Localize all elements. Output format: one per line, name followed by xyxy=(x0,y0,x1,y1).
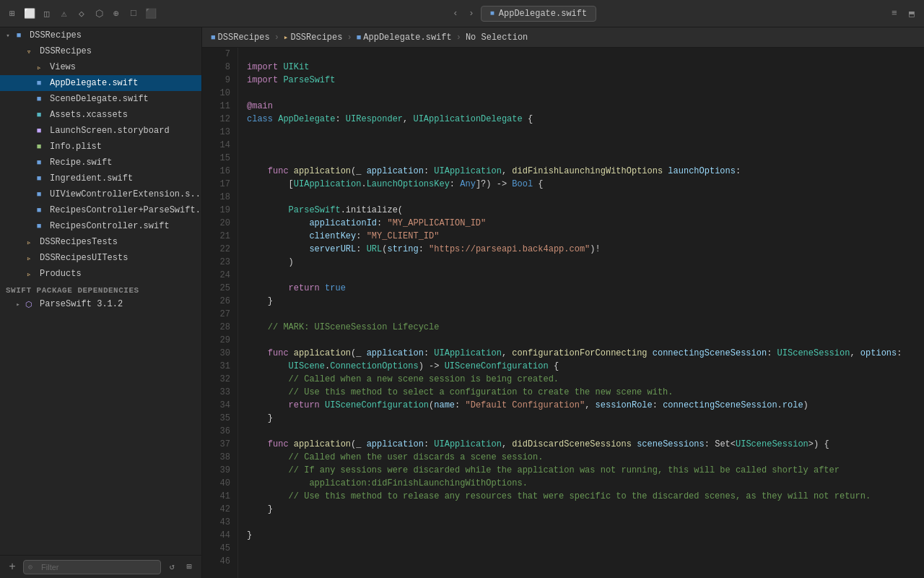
grid-icon[interactable]: ⊞ xyxy=(6,7,19,20)
line-number-42: 42 xyxy=(202,503,237,516)
tree-arrow-launchscreen xyxy=(23,126,33,136)
breadcrumb: ■ DSSRecipes › ▸ DSSRecipes › ■ AppDeleg… xyxy=(202,27,924,48)
line-number-8: 8 xyxy=(202,61,237,74)
code-line-27 xyxy=(247,308,915,321)
tree-arrow-dssrecipes-root: ▾ xyxy=(3,30,13,40)
file-icon-dssrecipestests: ▹ xyxy=(23,236,35,248)
sidebar: ▾■DSSRecipes▿DSSRecipes▹Views■AppDelegat… xyxy=(0,27,202,578)
breadcrumb-dssrecipes-folder[interactable]: ▸ DSSRecipes xyxy=(284,33,343,43)
code-line-19: ParseSwift.initialize( xyxy=(247,204,915,217)
sidebar-item-dssrecipes-root[interactable]: ▾■DSSRecipes xyxy=(0,27,201,43)
nav-forward-button[interactable]: › xyxy=(465,7,478,20)
folder-icon-bc: ▸ xyxy=(284,33,289,42)
sidebar-bottom: + ⊙ ↺ ⊞ xyxy=(0,555,201,578)
code-content[interactable]: import UIKitimport ParseSwift @mainclass… xyxy=(238,48,924,578)
breadcrumb-no-selection[interactable]: No Selection xyxy=(466,33,528,43)
sidebar-label-dssrecipestests: DSSRecipesTests xyxy=(40,237,118,247)
sidebar-label-infoplist: Info.plist xyxy=(50,142,102,152)
tree-arrow-dssrecipestests xyxy=(13,237,23,247)
sidebar-item-views-folder[interactable]: ▹Views xyxy=(0,59,201,75)
tree-arrow-parseswift: ▸ xyxy=(13,299,23,309)
folder-icon[interactable]: ◫ xyxy=(40,7,53,20)
file-icon-views-folder: ▹ xyxy=(33,61,45,73)
code-line-41: // Use this method to release any resour… xyxy=(247,490,915,503)
active-tab[interactable]: ■ AppDelegate.swift xyxy=(481,6,596,22)
tab-label: AppDelegate.swift xyxy=(499,9,587,19)
clock-icon[interactable]: ↺ xyxy=(165,561,178,574)
sidebar-item-products[interactable]: ▹Products xyxy=(0,266,201,282)
code-editor[interactable]: 7891011121314151617181920212223242526272… xyxy=(202,48,924,578)
split-icon[interactable]: ⬒ xyxy=(905,7,918,20)
code-line-28: // MARK: UISceneSession Lifecycle xyxy=(247,321,915,334)
code-line-8: import UIKit xyxy=(247,61,915,74)
sidebar-item-recipescontroller[interactable]: ■RecipesController+ParseSwift... xyxy=(0,202,201,218)
tree-arrow-recipescontroller2 xyxy=(23,221,33,231)
git-icon[interactable]: ⊕ xyxy=(110,7,123,20)
add-file-button[interactable]: + xyxy=(6,561,19,574)
tree-arrow-dssrecipes-folder xyxy=(13,46,23,56)
sidebar-item-launchscreen[interactable]: ■LaunchScreen.storyboard xyxy=(0,123,201,139)
line-number-25: 25 xyxy=(202,282,237,295)
swift-packages-header: Swift Package Dependencies xyxy=(0,282,201,296)
sidebar-item-recipe[interactable]: ■Recipe.swift xyxy=(0,155,201,171)
line-number-35: 35 xyxy=(202,412,237,425)
toolbar-center: ‹ › ■ AppDelegate.swift xyxy=(157,6,888,22)
file-icon-assets: ■ xyxy=(33,109,45,121)
code-line-23: ) xyxy=(247,256,915,269)
code-line-10 xyxy=(247,87,915,100)
tree-arrow-assets xyxy=(23,110,33,120)
sidebar-item-scenedelegate[interactable]: ■SceneDelegate.swift xyxy=(0,91,201,107)
sidebar-item-dssrecipes-folder[interactable]: ▿DSSRecipes xyxy=(0,43,201,59)
nav-back-button[interactable]: ‹ xyxy=(449,7,462,20)
line-number-41: 41 xyxy=(202,490,237,503)
swift-icon-bc: ■ xyxy=(357,33,362,42)
sidebar-content: ▾■DSSRecipes▿DSSRecipes▹Views■AppDelegat… xyxy=(0,27,201,555)
line-numbers: 7891011121314151617181920212223242526272… xyxy=(202,48,238,578)
sidebar-item-ingredient[interactable]: ■Ingredient.swift xyxy=(0,171,201,186)
line-number-44: 44 xyxy=(202,529,237,542)
code-line-12: class AppDelegate: UIResponder, UIApplic… xyxy=(247,113,915,126)
code-line-31: UIScene.ConnectionOptions) -> UISceneCon… xyxy=(247,360,915,373)
line-number-46: 46 xyxy=(202,555,237,568)
line-number-14: 14 xyxy=(202,139,237,152)
file-icon-uiviewext: ■ xyxy=(33,189,45,200)
hexagon-icon[interactable]: ⬡ xyxy=(92,7,105,20)
sidebar-item-appdelegate[interactable]: ■AppDelegate.swift xyxy=(0,75,201,91)
sidebar-item-uiviewext[interactable]: ■UIViewControllerExtension.s... xyxy=(0,186,201,202)
file-icon-appdelegate: ■ xyxy=(33,77,45,89)
break-icon[interactable]: ⬛ xyxy=(144,7,157,20)
swift-file-icon: ■ xyxy=(490,9,494,17)
file-icon-scenedelegate: ■ xyxy=(33,93,45,105)
code-line-30: func application(_ application: UIApplic… xyxy=(247,347,915,360)
sidebar-item-parseswift[interactable]: ▸⬡ParseSwift 3.1.2 xyxy=(0,296,201,312)
file-icon-launchscreen: ■ xyxy=(33,125,45,137)
filter-input[interactable] xyxy=(35,560,156,574)
line-number-37: 37 xyxy=(202,438,237,451)
breadcrumb-label-4: No Selection xyxy=(466,33,528,43)
tree-arrow-appdelegate xyxy=(23,78,33,88)
code-line-37: func application(_ application: UIApplic… xyxy=(247,438,915,451)
line-number-36: 36 xyxy=(202,425,237,438)
sidebar-item-assets[interactable]: ■Assets.xcassets xyxy=(0,107,201,123)
line-number-45: 45 xyxy=(202,542,237,555)
line-number-34: 34 xyxy=(202,399,237,412)
sidebar-label-scenedelegate: SceneDelegate.swift xyxy=(50,94,149,104)
shape-icon[interactable]: □ xyxy=(127,7,140,20)
breadcrumb-appdelegate[interactable]: ■ AppDelegate.swift xyxy=(357,33,452,43)
line-number-7: 7 xyxy=(202,48,237,61)
sidebar-item-dssrecipesuitests[interactable]: ▹DSSRecipesUITests xyxy=(0,250,201,266)
line-number-23: 23 xyxy=(202,256,237,269)
warning-icon[interactable]: ⚠ xyxy=(58,7,71,20)
menu-icon[interactable]: ≡ xyxy=(888,7,901,20)
code-line-39: // If any sessions were discarded while … xyxy=(247,464,915,477)
toolbar-right: ≡ ⬒ xyxy=(888,7,918,20)
sidebar-item-dssrecipestests[interactable]: ▹DSSRecipesTests xyxy=(0,234,201,250)
diamond-icon[interactable]: ◇ xyxy=(75,7,88,20)
line-number-40: 40 xyxy=(202,477,237,490)
sidebar-item-infoplist[interactable]: ■Info.plist xyxy=(0,139,201,155)
grid-small-icon[interactable]: ⊞ xyxy=(183,561,196,574)
library-icon[interactable]: ⬜ xyxy=(23,7,36,20)
breadcrumb-dssrecipes-project[interactable]: ■ DSSRecipes xyxy=(211,33,270,43)
sidebar-item-recipescontroller2[interactable]: ■RecipesController.swift xyxy=(0,218,201,234)
breadcrumb-label-1: DSSRecipes xyxy=(218,33,270,43)
